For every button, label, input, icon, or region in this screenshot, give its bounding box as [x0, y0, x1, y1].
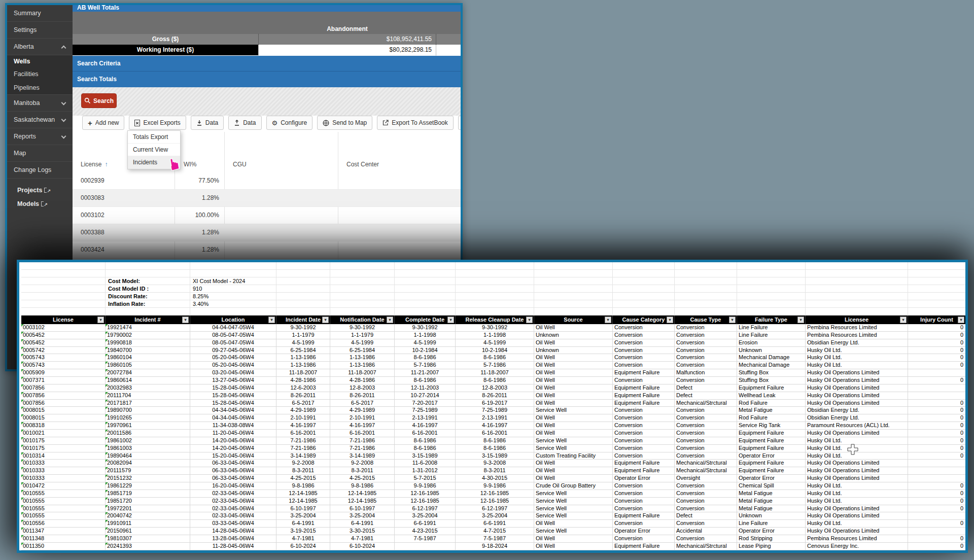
cell[interactable]: Oil Well: [534, 384, 613, 392]
cell[interactable]: 4-23-2015: [395, 528, 456, 535]
cell[interactable]: 6-5-2017: [276, 400, 330, 407]
cell[interactable]: Conversion: [675, 377, 737, 384]
cell[interactable]: 2-10-1991: [330, 414, 395, 422]
cell[interactable]: Conversion: [675, 339, 737, 347]
cell[interactable]: 06-33-045-06W4: [190, 460, 276, 467]
cell[interactable]: Oil Well: [534, 475, 613, 482]
cell[interactable]: Oil Well: [534, 430, 613, 437]
cell[interactable]: Oil Well: [534, 377, 613, 384]
cell[interactable]: 6-5-2017: [330, 400, 395, 407]
cell[interactable]: 19860105: [106, 362, 190, 369]
incident-row[interactable]: 00078562003298315-28-045-06W412-6-200312…: [21, 384, 965, 392]
col-header-incident-date[interactable]: Incident Date▾: [276, 316, 330, 324]
menu-item-current-view[interactable]: Current View: [128, 144, 180, 156]
cell[interactable]: Metal Fatigue: [737, 505, 806, 513]
cell[interactable]: 4-25-2015: [330, 475, 395, 482]
cell[interactable]: 14-28-045-06W4: [190, 528, 276, 535]
cell[interactable]: Conversion: [675, 445, 737, 452]
cell[interactable]: Husky Oil Operations Limited: [806, 384, 908, 392]
filter-dropdown-icon[interactable]: ▾: [526, 317, 533, 323]
filter-dropdown-icon[interactable]: ▾: [605, 317, 611, 323]
cell[interactable]: 19851720: [106, 498, 190, 505]
cell[interactable]: 4-5-1999: [330, 339, 395, 347]
cell[interactable]: 1-13-1986: [276, 362, 330, 369]
cell[interactable]: [908, 467, 965, 475]
cell[interactable]: 3-30-2015: [330, 528, 395, 535]
cell[interactable]: 0010555: [21, 498, 106, 505]
cell[interactable]: Mechanical/Strctural: [675, 400, 737, 407]
cell[interactable]: Erosion: [737, 339, 806, 347]
cell[interactable]: 4-16-1997: [330, 422, 395, 430]
cell[interactable]: Equipment Failure: [737, 467, 806, 475]
cell[interactable]: Service Well: [534, 528, 613, 535]
cell[interactable]: 3-25-2004: [276, 512, 330, 520]
cell[interactable]: Husky Oil Operations Limited: [806, 528, 908, 535]
incident-row[interactable]: 00083181997096111-34-038-08W44-16-19974-…: [21, 422, 965, 430]
cell[interactable]: 0011347: [21, 528, 106, 535]
incident-row[interactable]: 00100212001158611-20-045-06W46-16-20016-…: [21, 430, 965, 437]
cell[interactable]: 12-16-1985: [395, 498, 456, 505]
cell[interactable]: Wellhead Leak: [737, 392, 806, 400]
cell[interactable]: Husky Oil Operations Limited: [806, 377, 908, 384]
incident-row[interactable]: 00057431986010505-20-045-06W41-13-19861-…: [21, 362, 965, 369]
cell[interactable]: [908, 475, 965, 482]
cell[interactable]: 04-34-045-06W4: [190, 407, 276, 414]
cell[interactable]: 3-14-1989: [330, 452, 395, 460]
sidebar-item-reports[interactable]: Reports: [7, 128, 73, 145]
cell[interactable]: 6-4-1991: [330, 520, 395, 528]
cell[interactable]: 0010314: [21, 452, 106, 460]
cell[interactable]: 09-27-045-06W4: [190, 347, 276, 355]
cell[interactable]: 0005743: [21, 362, 106, 369]
cell[interactable]: 0: [908, 332, 965, 339]
cell[interactable]: 02-33-045-06W4: [190, 512, 276, 520]
cell[interactable]: 6-10-1997: [330, 505, 395, 513]
column-header-cost-center[interactable]: Cost Center: [346, 161, 379, 168]
cell[interactable]: 9-30-1992: [395, 324, 456, 332]
cell[interactable]: 9-3-2008: [456, 460, 534, 467]
cell[interactable]: Service Well: [534, 407, 613, 414]
cell[interactable]: Conversion: [613, 437, 675, 445]
col-header-cause-type[interactable]: Cause Type▾: [675, 316, 737, 324]
cell[interactable]: Conversion: [613, 445, 675, 452]
cell[interactable]: 6-10-2024: [330, 543, 395, 550]
cell[interactable]: Husky Oil Operations Limited: [806, 392, 908, 400]
filter-dropdown-icon[interactable]: ▾: [97, 317, 104, 323]
cell[interactable]: 7-5-1987: [395, 535, 456, 543]
incident-row[interactable]: 00104721986122916-20-045-06W49-8-19869-8…: [21, 482, 965, 490]
cell[interactable]: 0008015: [21, 407, 106, 414]
cell[interactable]: Service Well: [534, 498, 613, 505]
cell[interactable]: 0005909: [21, 369, 106, 377]
filter-dropdown-icon[interactable]: ▾: [387, 317, 393, 323]
cell[interactable]: 3-25-2004: [330, 512, 395, 520]
cell[interactable]: 7-21-1986: [276, 437, 330, 445]
cell[interactable]: Rod Failure: [737, 414, 806, 422]
cell[interactable]: Oil Well: [534, 535, 613, 543]
spreadsheet[interactable]: Cost Model:XI Cost Model - 2024Cost Mode…: [19, 262, 965, 550]
cell[interactable]: 03-33-045-06W4: [190, 520, 276, 528]
cell[interactable]: 5-7-1986: [456, 362, 534, 369]
cell[interactable]: 20082094: [106, 460, 190, 467]
cell[interactable]: Conversion: [613, 347, 675, 355]
cell[interactable]: 8-26-2011: [330, 392, 395, 400]
cell[interactable]: Conversion: [675, 452, 737, 460]
cell[interactable]: 12-8-2003: [330, 384, 395, 392]
cell[interactable]: 19970961: [106, 422, 190, 430]
incident-row[interactable]: 00101751986100314-20-045-06W47-21-19867-…: [21, 445, 965, 452]
filter-dropdown-icon[interactable]: ▾: [667, 317, 673, 323]
cell[interactable]: Metal Fatigue: [737, 498, 806, 505]
cell[interactable]: Stuffing Box: [737, 377, 806, 384]
cell[interactable]: Conversion: [613, 377, 675, 384]
incident-row[interactable]: 00054521979000208-05-047-05W41-1-19791-1…: [21, 332, 965, 339]
cell[interactable]: 19972201: [106, 505, 190, 513]
cell[interactable]: Mechanical/Strctural: [675, 543, 737, 550]
cell[interactable]: 7-21-1986: [330, 445, 395, 452]
cell[interactable]: 8-6-1986: [456, 354, 534, 362]
cell[interactable]: 02-33-045-06W4: [190, 505, 276, 513]
cell[interactable]: 0: [908, 347, 965, 355]
cell[interactable]: 6-19-2017: [456, 400, 534, 407]
cell[interactable]: 19861003: [106, 445, 190, 452]
col-header-injury-count[interactable]: Injury Count▾: [908, 316, 965, 324]
cell[interactable]: Crude Oil Group Battery: [534, 482, 613, 490]
cell[interactable]: Conversion: [613, 407, 675, 414]
incident-row[interactable]: 00078562011170415-28-045-06W48-26-20118-…: [21, 392, 965, 400]
